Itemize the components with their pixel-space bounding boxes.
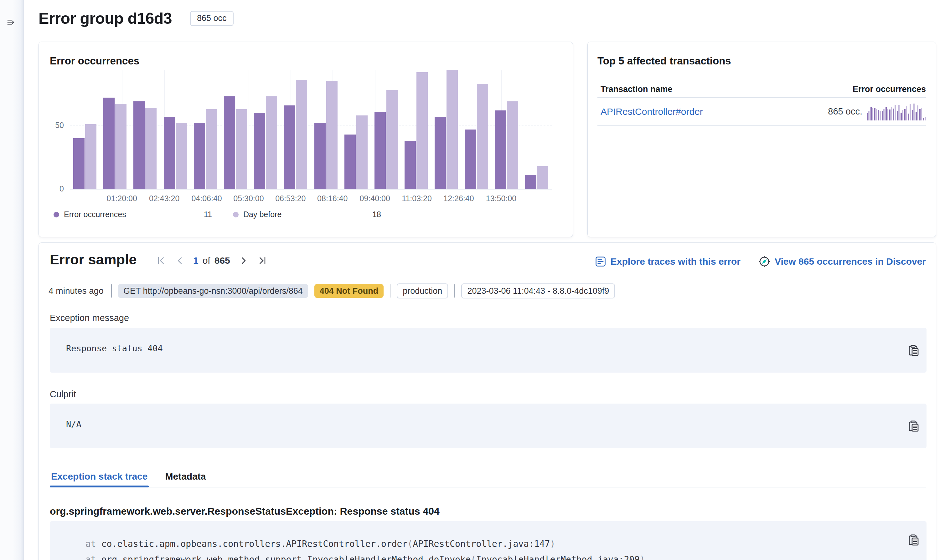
bar-error-occurrences	[404, 141, 416, 189]
bar-day-before	[266, 96, 277, 189]
x-axis-tick: 12:26:40	[443, 194, 474, 203]
column-error-occurrences: Error occurrences	[853, 85, 926, 94]
bar-day-before	[326, 81, 338, 189]
stack-frames: at co.elastic.apm.opbeans.controllers.AP…	[50, 521, 927, 560]
spark-bar	[917, 105, 918, 120]
y-axis-tick-50: 50	[41, 121, 64, 130]
stack-frame-line: at org.springframework.web.method.suppor…	[66, 552, 889, 560]
bar-pair	[100, 70, 130, 189]
culprit-label: Culprit	[50, 389, 76, 400]
bar-error-occurrences	[194, 123, 205, 189]
explore-traces-link[interactable]: Explore traces with this error	[595, 256, 740, 267]
spark-bar	[906, 106, 907, 120]
x-axis-tick: 01:20:00	[107, 194, 137, 203]
error-sample-panel: Error sample 1 of 865	[39, 243, 936, 560]
bar-day-before	[537, 166, 548, 189]
legend-value: 18	[372, 210, 381, 219]
x-axis-tick: 02:43:20	[149, 194, 179, 203]
x-axis-tick: 08:16:40	[317, 194, 347, 203]
panel-title: Top 5 affected transactions	[597, 55, 731, 67]
spark-bar	[893, 109, 894, 120]
spark-pair	[874, 108, 877, 120]
view-in-discover-link[interactable]: View 865 occurrences in Discover	[759, 256, 926, 267]
spark-bar	[867, 113, 868, 120]
bar-day-before	[236, 109, 247, 189]
top-transactions-panel: Top 5 affected transactions Transaction …	[588, 42, 936, 237]
version-badge: 2023-03-06 11:04:43 - 8.8.0-4dc109f9	[461, 283, 615, 298]
legend-item-day-before[interactable]: Day before 18	[233, 210, 381, 219]
spark-bar	[874, 108, 876, 120]
x-axis-tick: 05:30:00	[233, 194, 264, 203]
spark-bar	[913, 103, 915, 120]
legend-item-error-occurrences[interactable]: Error occurrences 11	[54, 210, 212, 219]
tab-metadata[interactable]: Metadata	[164, 471, 207, 487]
separator	[111, 285, 112, 297]
spark-bar	[868, 111, 870, 120]
sample-pagination: 1 of 865	[156, 255, 267, 266]
bar-day-before	[507, 102, 518, 189]
first-page-button[interactable]	[156, 255, 166, 266]
next-page-button[interactable]	[239, 255, 248, 266]
stack-trace-box: at co.elastic.apm.opbeans.controllers.AP…	[50, 521, 927, 560]
stack-frame-line: at co.elastic.apm.opbeans.controllers.AP…	[66, 536, 889, 552]
spark-pair	[870, 107, 873, 120]
spark-bar	[910, 104, 911, 120]
copy-exception-message-button[interactable]	[907, 344, 920, 357]
bar-pair	[341, 70, 371, 189]
copy-clipboard-icon	[907, 534, 919, 546]
bar-error-occurrences	[465, 129, 476, 189]
page-title: Error group d16d3	[39, 9, 172, 28]
stack-trace-heading: org.springframework.web.server.ResponseS…	[50, 506, 440, 517]
spark-bar	[887, 109, 888, 120]
chart-title: Error occurrences	[50, 55, 139, 67]
spark-bar	[925, 117, 926, 120]
bar-error-occurrences	[315, 123, 325, 189]
explore-traces-label: Explore traces with this error	[611, 256, 740, 267]
status-code-badge: 404 Not Found	[315, 284, 384, 298]
bar-pair	[311, 70, 341, 189]
spark-pair	[901, 110, 903, 120]
expand-menu-button[interactable]	[5, 16, 17, 28]
sample-tabs: Exception stack trace Metadata	[50, 471, 926, 488]
spark-bar	[885, 107, 887, 120]
x-axis-tick: 11:03:20	[402, 194, 432, 203]
spark-bar	[894, 105, 896, 120]
view-in-discover-label: View 865 occurrences in Discover	[775, 256, 926, 267]
bar-error-occurrences	[254, 113, 265, 189]
trace-list-icon	[595, 256, 606, 267]
last-page-button[interactable]	[257, 255, 267, 266]
culprit-box: N/A	[50, 403, 927, 448]
spark-pair	[878, 110, 881, 120]
chevron-left-icon	[175, 256, 184, 265]
table-divider	[597, 125, 926, 126]
bar-day-before	[477, 84, 488, 189]
tab-exception-stack-trace[interactable]: Exception stack trace	[50, 471, 149, 487]
spark-bar	[891, 107, 892, 120]
column-transaction-name: Transaction name	[601, 85, 672, 94]
menu-right-icon	[7, 17, 15, 28]
bar-error-occurrences	[344, 134, 356, 189]
spark-bar	[883, 109, 885, 120]
transaction-link[interactable]: APIRestController#order	[601, 106, 703, 117]
of-label: of	[203, 255, 210, 266]
bar-error-occurrences	[133, 102, 145, 189]
bar-pair	[250, 70, 281, 189]
page-indicator: 1 of 865	[193, 255, 230, 266]
legend-dot-day-before	[233, 212, 239, 217]
spark-bar	[912, 110, 913, 120]
bar-day-before	[356, 115, 368, 189]
bar-error-occurrences	[284, 105, 295, 189]
bar-error-occurrences	[495, 111, 506, 189]
error-sample-title: Error sample	[50, 252, 137, 268]
copy-stack-trace-button[interactable]	[907, 534, 920, 546]
spark-pair	[919, 108, 922, 120]
x-axis-tick: 06:53:20	[275, 194, 305, 203]
table-row: APIRestController#order 865 occ.	[601, 98, 926, 125]
current-page: 1	[193, 255, 199, 266]
bar-day-before	[85, 124, 96, 189]
spark-bar	[889, 109, 890, 120]
previous-page-button[interactable]	[175, 255, 185, 266]
spark-bar	[897, 111, 898, 120]
copy-culprit-button[interactable]	[907, 420, 920, 432]
table-header: Transaction name Error occurrences	[601, 85, 926, 94]
